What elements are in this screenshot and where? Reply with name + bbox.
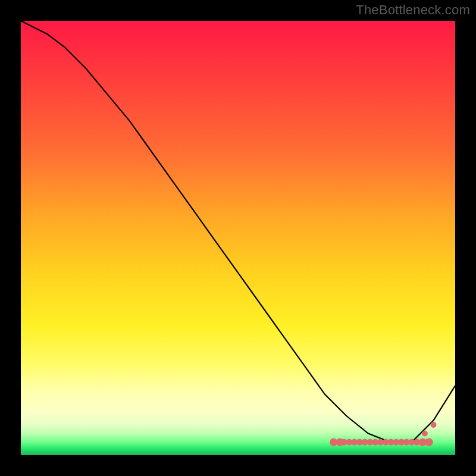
bottleneck-curve [21, 21, 455, 442]
curve-marker [422, 431, 428, 437]
plot-area [21, 21, 455, 455]
curve-marker [431, 422, 437, 428]
curve-marker [336, 439, 344, 446]
curve-marker [425, 439, 433, 446]
curve-svg [21, 21, 455, 455]
watermark-text: TheBottleneck.com [356, 2, 470, 18]
chart-container: TheBottleneck.com [0, 0, 476, 476]
